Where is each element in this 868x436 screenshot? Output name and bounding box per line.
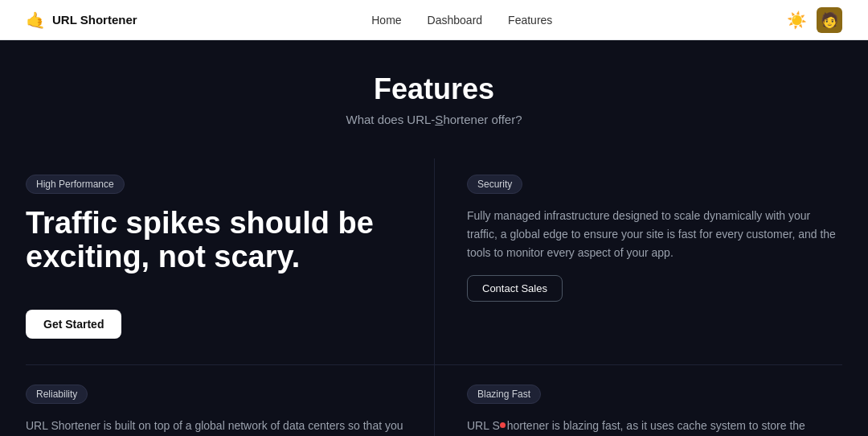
nav-link-dashboard[interactable]: Dashboard (428, 14, 483, 27)
badge-reliability: Reliability (26, 385, 88, 404)
contact-sales-button[interactable]: Contact Sales (467, 275, 563, 302)
badge-blazing-fast: Blazing Fast (467, 385, 541, 404)
feature-reliability-body: URL Shortener is built on top of a globa… (26, 417, 411, 436)
nav-link-features[interactable]: Features (508, 14, 552, 27)
nav-actions: ☀️ 🧑 (787, 7, 842, 33)
feature-high-performance: High Performance Traffic spikes should b… (26, 158, 434, 364)
theme-toggle-button[interactable]: ☀️ (787, 10, 807, 30)
logo-icon: 🤙 (26, 10, 46, 30)
feature-security-body: Fully managed infrastructure designed to… (467, 207, 842, 262)
feature-blazing-fast-body: URL Shortener is blazing fast, as it use… (467, 417, 842, 436)
logo[interactable]: 🤙 URL Shortener (26, 10, 137, 30)
nav-links: Home Dashboard Features (371, 13, 552, 27)
get-started-button[interactable]: Get Started (26, 310, 121, 339)
feature-high-performance-heading: Traffic spikes should be exciting, not s… (26, 207, 411, 274)
page-subtitle: What does URL-Shortener offer? (26, 113, 842, 126)
feature-reliability: Reliability URL Shortener is built on to… (26, 364, 434, 436)
feature-security: Security Fully managed infrastructure de… (434, 158, 842, 364)
features-header: Features What does URL-Shortener offer? (26, 72, 842, 126)
logo-text: URL Shortener (52, 13, 137, 27)
navbar: 🤙 URL Shortener Home Dashboard Features … (0, 0, 868, 40)
badge-high-performance: High Performance (26, 175, 125, 194)
red-dot-icon (500, 422, 506, 428)
feature-blazing-fast: Blazing Fast URL Shortener is blazing fa… (434, 364, 842, 436)
features-page: Features What does URL-Shortener offer? … (0, 40, 868, 436)
avatar[interactable]: 🧑 (817, 7, 842, 33)
badge-security: Security (467, 175, 522, 194)
features-grid: High Performance Traffic spikes should b… (26, 158, 842, 436)
page-title: Features (26, 72, 842, 106)
nav-link-home[interactable]: Home (371, 14, 401, 27)
